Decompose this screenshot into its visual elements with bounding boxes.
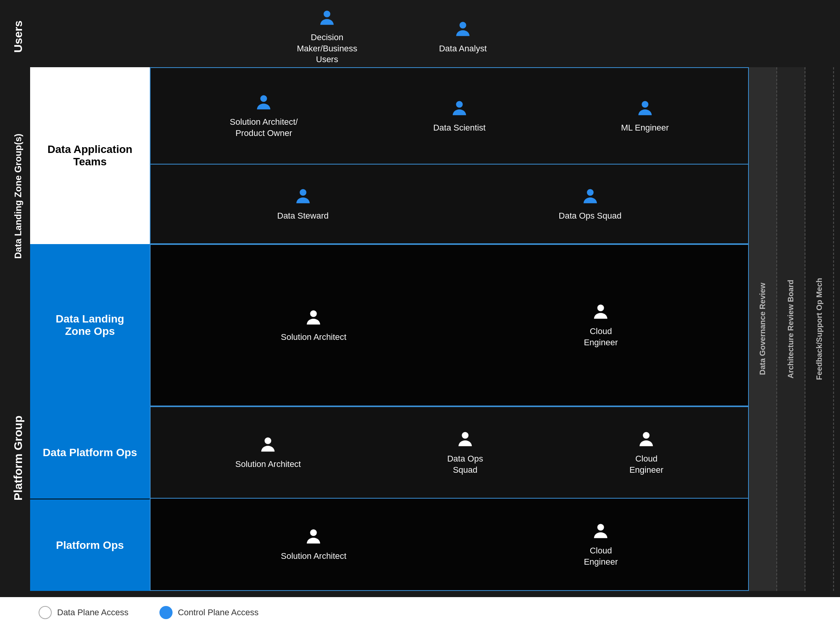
dlzg-cloud-engineer-item: CloudEngineer: [584, 302, 618, 348]
po-solution-architect-item: Solution Architect: [281, 527, 346, 562]
data-plane-icon: [39, 606, 52, 619]
svg-point-9: [265, 438, 271, 444]
dp-data-ops-squad-item: Data OpsSquad: [447, 429, 483, 475]
po-cloud-engineer-item: CloudEngineer: [584, 521, 618, 567]
data-analyst-icon: [453, 19, 473, 39]
dp-solution-architect-label: Solution Architect: [235, 459, 301, 470]
svg-point-7: [310, 310, 317, 317]
data-platform-ops-roles: Solution Architect Data OpsSquad: [150, 406, 749, 499]
diagram-area: Users Data Landing Zone Group(s) Platfor…: [0, 0, 840, 597]
ml-engineer-label: ML Engineer: [621, 122, 669, 134]
dlzg-ops-label: Data LandingZone Ops: [56, 313, 124, 338]
decision-maker-icon: [317, 8, 337, 28]
solution-architect-po-item: Solution Architect/Product Owner: [230, 93, 298, 139]
svg-point-13: [598, 524, 604, 530]
data-steward-label: Data Steward: [277, 210, 329, 222]
dlzg-cloud-engineer-label: CloudEngineer: [584, 326, 618, 348]
data-platform-ops-label: Data Platform Ops: [43, 446, 137, 459]
data-app-teams-label-cell: Data Application Teams: [30, 67, 150, 244]
users-row: Decision Maker/Business Users Data Analy…: [30, 6, 749, 67]
feedback-support-panel: Feedback/Support Op Mech: [806, 67, 834, 591]
dlzg-solution-architect-label: Solution Architect: [281, 332, 346, 343]
solution-architect-po-label: Solution Architect/Product Owner: [230, 117, 298, 139]
po-solution-architect-label: Solution Architect: [281, 551, 346, 562]
data-analyst-item: Data Analyst: [439, 19, 487, 54]
dlzg-ops-row: Data LandingZone Ops Solution Architect: [30, 244, 749, 406]
data-steward-icon: [293, 187, 313, 207]
svg-point-0: [324, 11, 330, 17]
ml-engineer-item: ML Engineer: [621, 98, 669, 134]
data-analyst-label: Data Analyst: [439, 43, 487, 54]
data-ops-squad-icon-dat: [580, 187, 600, 207]
svg-point-2: [261, 95, 267, 102]
decision-maker-label: Decision Maker/Business Users: [292, 32, 362, 65]
control-plane-access-legend: Control Plane Access: [159, 606, 259, 619]
dlzg-combined-section: Data Application Teams Solution Architec…: [30, 67, 749, 406]
dp-data-ops-squad-label: Data OpsSquad: [447, 453, 483, 475]
left-labels-column: Users Data Landing Zone Group(s) Platfor…: [6, 6, 30, 591]
svg-point-8: [598, 305, 604, 311]
control-plane-label: Control Plane Access: [178, 608, 259, 618]
svg-point-10: [462, 432, 468, 438]
roles-row-top: Solution Architect/Product Owner Data Sc…: [151, 68, 748, 165]
po-cloud-engineer-label: CloudEngineer: [584, 545, 618, 567]
dlzg-ops-roles: Solution Architect CloudEngineer: [150, 244, 749, 406]
dlzg-cloud-engineer-icon: [591, 302, 611, 322]
po-cloud-engineer-icon: [591, 521, 611, 541]
svg-point-11: [643, 432, 650, 438]
data-platform-ops-row: Data Platform Ops Solution Architect: [30, 406, 749, 499]
svg-point-5: [300, 189, 306, 195]
dlzg-solution-architect-icon: [303, 308, 323, 328]
po-solution-architect-icon: [303, 527, 323, 547]
data-platform-ops-label-cell: Data Platform Ops: [30, 406, 150, 499]
data-app-teams-row: Data Application Teams Solution Architec…: [30, 67, 749, 244]
solution-architect-po-icon: [254, 93, 274, 113]
platform-ops-row: Platform Ops Solution Architect: [30, 499, 749, 591]
dp-cloud-engineer-item: CloudEngineer: [629, 429, 663, 475]
architecture-review-panel: Architecture Review Board: [777, 67, 805, 591]
dp-cloud-engineer-label: CloudEngineer: [629, 453, 663, 475]
svg-point-4: [642, 101, 648, 107]
dlzg-label-cell: Data Landing Zone Group(s): [6, 67, 30, 325]
roles-row-bottom: Data Steward Data Ops Squad: [151, 165, 748, 243]
data-app-teams-label: Data Application Teams: [30, 143, 150, 168]
svg-point-3: [456, 101, 462, 107]
users-label-cell: Users: [6, 6, 30, 67]
users-label: Users: [12, 20, 25, 53]
platform-ops-label: Platform Ops: [56, 539, 124, 552]
dp-data-ops-squad-icon: [455, 429, 475, 450]
dp-solution-architect-item: Solution Architect: [235, 435, 301, 470]
right-panels-column: Data Governance Review Architecture Revi…: [749, 6, 834, 591]
data-ops-squad-item-dat: Data Ops Squad: [559, 187, 622, 222]
svg-point-1: [459, 22, 466, 28]
dp-cloud-engineer-icon: [636, 429, 656, 450]
dlzg-ops-label-cell: Data LandingZone Ops: [30, 244, 150, 406]
data-scientist-item: Data Scientist: [433, 98, 486, 134]
data-plane-access-legend: Data Plane Access: [39, 606, 129, 619]
decision-maker-item: Decision Maker/Business Users: [292, 8, 362, 65]
data-scientist-label: Data Scientist: [433, 122, 486, 134]
ml-engineer-icon: [635, 98, 655, 119]
data-plane-label: Data Plane Access: [57, 608, 129, 618]
platform-ops-roles: Solution Architect CloudEngineer: [150, 499, 749, 591]
dp-solution-architect-icon: [258, 435, 278, 455]
right-panels-spacer: [749, 6, 834, 67]
dlzg-label: Data Landing Zone Group(s): [13, 134, 24, 259]
pg-label: Platform Group: [12, 416, 25, 501]
data-ops-squad-label-dat: Data Ops Squad: [559, 210, 622, 222]
data-app-teams-roles: Solution Architect/Product Owner Data Sc…: [150, 67, 749, 244]
data-governance-panel: Data Governance Review: [749, 67, 777, 591]
pg-label-cell: Platform Group: [6, 325, 30, 591]
right-panels-content: Data Governance Review Architecture Revi…: [749, 67, 834, 591]
svg-point-12: [310, 530, 317, 536]
control-plane-icon: [159, 606, 173, 619]
data-steward-item: Data Steward: [277, 187, 329, 222]
platform-group-section: Data Platform Ops Solution Architect: [30, 406, 749, 591]
platform-ops-label-cell: Platform Ops: [30, 499, 150, 591]
data-scientist-icon: [449, 98, 469, 119]
dlzg-solution-architect-item: Solution Architect: [281, 308, 346, 343]
legend-row: Data Plane Access Control Plane Access: [0, 597, 840, 628]
center-column: Decision Maker/Business Users Data Analy…: [30, 6, 749, 591]
full-layout: Users Data Landing Zone Group(s) Platfor…: [0, 0, 840, 628]
svg-point-6: [587, 189, 593, 195]
